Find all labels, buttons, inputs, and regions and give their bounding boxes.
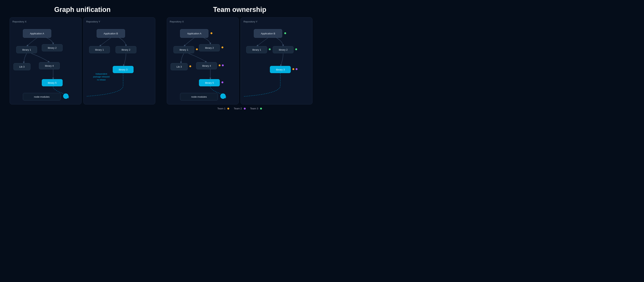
- lib2c-dots: [221, 46, 223, 48]
- graph-area-repo-y-left: Application B library 1 library 2 libra: [86, 25, 152, 101]
- node-lib1: library 1: [16, 46, 37, 53]
- lib1d-dots: [268, 48, 271, 50]
- node-lib5c: library 5: [199, 79, 220, 86]
- graph-area-repo-x-left: Application A library 1 library 2 Lib 3: [12, 25, 79, 101]
- node-lib2d: library 2: [273, 46, 294, 53]
- legend-team2-label: Team 2: [234, 107, 242, 110]
- repo-x-right-label: Repository X: [170, 20, 236, 23]
- repo-y-left-label: Repository Y: [86, 20, 152, 23]
- page: Graph unification Repository X: [0, 0, 322, 118]
- legend: Team 1 Team 2 Team 3: [217, 107, 262, 110]
- graph-area-repo-y-right: Application B library 1: [244, 25, 310, 101]
- node-lib3d: library 3: [270, 66, 291, 73]
- node-lib3c: Lib 3: [170, 63, 188, 70]
- node-lib5: library 5: [42, 79, 62, 86]
- node-lib4c: library 4: [196, 62, 217, 69]
- legend-dot-yellow: [227, 108, 229, 110]
- legend-dot-purple: [244, 108, 246, 110]
- repo-y-left: Repository Y: [84, 17, 155, 105]
- repos-row-left: Repository X: [4, 17, 161, 105]
- node-modules-right: node-modules: [180, 93, 218, 101]
- repo-x-left-label: Repository X: [12, 20, 79, 23]
- node-lib4: library 4: [39, 62, 60, 69]
- dot-green-lib2d: [295, 48, 297, 50]
- dot-purple-lib4c: [222, 64, 224, 66]
- node-lib1c: library 1: [174, 46, 194, 53]
- repos-row-right: Repository X: [161, 17, 318, 105]
- node-app-a2: Application A: [180, 29, 208, 38]
- dot-purple-lib3d: [296, 68, 298, 70]
- independent-label: Independentpackage releasednx release: [88, 73, 114, 81]
- node-circle-left: [63, 94, 68, 99]
- app-a2-dots: [210, 32, 212, 34]
- node-lib3b: library 3: [113, 66, 134, 73]
- graph-area-repo-x-right: Application A library 1: [170, 25, 236, 101]
- dot-yellow-lib4c: [219, 64, 220, 66]
- repo-x-left: Repository X: [10, 17, 82, 105]
- lib2d-dots: [294, 48, 297, 50]
- repo-y-right: Repository Y: [240, 17, 312, 105]
- lib5c-dots: [221, 81, 223, 83]
- node-circle-right: [220, 94, 226, 99]
- lib3d-dots: [292, 68, 298, 70]
- node-modules-left: node-modules: [23, 93, 61, 101]
- node-lib2b: library 2: [116, 46, 136, 53]
- node-lib3: Lib 3: [14, 63, 30, 70]
- node-lib2c: library 2: [199, 44, 220, 51]
- lib4c-dots: [218, 64, 224, 66]
- legend-team1: Team 1: [217, 107, 229, 110]
- node-lib2: library 2: [42, 44, 62, 51]
- dot-yellow-app-a2: [210, 32, 212, 34]
- node-app-b: Application B: [97, 29, 125, 38]
- dot-yellow-lib1c: [196, 48, 198, 50]
- sections-container: Graph unification Repository X: [4, 6, 318, 110]
- node-lib1b: library 1: [89, 46, 110, 53]
- legend-team3: Team 3: [250, 107, 262, 110]
- dot-purple-lib5c: [222, 81, 223, 83]
- dot-yellow-lib2c: [222, 46, 223, 48]
- repo-x-right: Repository X: [167, 17, 239, 105]
- node-app-b2: Application B: [254, 29, 282, 38]
- repo-y-right-label: Repository Y: [244, 20, 310, 23]
- node-lib1d: library 1: [246, 46, 267, 53]
- dot-green-lib1d: [269, 48, 271, 50]
- section-team-ownership: Team ownership Repository X: [161, 6, 318, 110]
- section-graph-unification: Graph unification Repository X: [4, 6, 161, 110]
- section-title-graph: Graph unification: [54, 6, 111, 13]
- lib3c-dots: [188, 65, 191, 67]
- legend-team2: Team 2: [234, 107, 246, 110]
- legend-team1-label: Team 1: [217, 107, 226, 110]
- dot-green-app-b2: [284, 32, 286, 34]
- legend-team3-label: Team 3: [250, 107, 258, 110]
- legend-dot-green: [260, 108, 262, 110]
- section-title-team: Team ownership: [213, 6, 266, 13]
- dot-yellow-lib3d: [292, 68, 294, 70]
- app-b2-dots: [284, 32, 286, 34]
- dot-yellow-lib3c: [189, 65, 191, 67]
- node-app-a: Application A: [23, 29, 51, 38]
